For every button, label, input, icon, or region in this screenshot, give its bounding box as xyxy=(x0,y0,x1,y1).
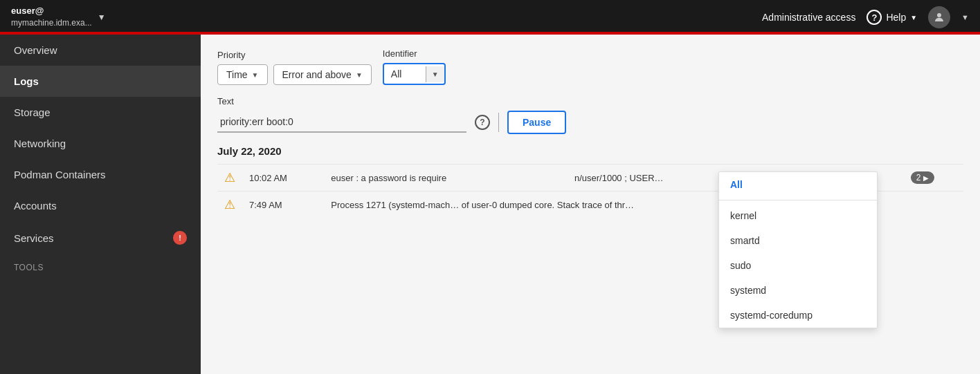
text-label: Text xyxy=(217,96,963,106)
identifier-value: All xyxy=(384,64,426,84)
identifier-filter-group: Identifier All ▼ xyxy=(383,48,446,85)
priority-arrow: ▼ xyxy=(356,71,363,79)
log-time: 7:49 AM xyxy=(242,191,324,218)
help-icon: ? xyxy=(866,10,882,25)
help-button[interactable]: ? Help ▼ xyxy=(866,10,917,25)
sidebar-item-logs[interactable]: Logs xyxy=(0,66,201,97)
sidebar-item-storage[interactable]: Storage xyxy=(0,97,201,128)
sidebar-item-podman[interactable]: Podman Containers xyxy=(0,159,201,190)
text-filter-section: Text ? Pause xyxy=(217,96,963,134)
sidebar-tools-section: Tools xyxy=(0,254,201,277)
user-dropdown-arrow[interactable]: ▼ xyxy=(98,12,106,22)
warning-icon: ⚠ xyxy=(224,198,235,212)
sidebar-item-services[interactable]: Services ! xyxy=(0,221,201,254)
text-input[interactable] xyxy=(217,112,466,133)
log-time: 10:02 AM xyxy=(242,165,324,191)
priority-filter-group: Priority Time ▼ Error and above ▼ xyxy=(217,50,372,85)
hostname: mymachine.idm.exa... xyxy=(11,18,92,28)
divider xyxy=(498,113,499,132)
user-info: euser@ mymachine.idm.exa... xyxy=(11,6,92,29)
log-message: Process 1271 (systemd-mach… of user-0 du… xyxy=(324,191,761,218)
dropdown-item-systemd[interactable]: systemd xyxy=(719,278,877,303)
warning-icon: ⚠ xyxy=(224,171,235,185)
pause-button[interactable]: Pause xyxy=(507,111,566,134)
time-label: Time xyxy=(226,69,248,80)
header-right: Administrative access ? Help ▼ ▼ xyxy=(762,6,969,28)
dropdown-divider xyxy=(719,200,877,200)
identifier-label: Identifier xyxy=(383,48,446,59)
filter-row: Priority Time ▼ Error and above ▼ Identi… xyxy=(217,48,963,85)
text-row: ? Pause xyxy=(217,111,963,134)
time-dropdown[interactable]: Time ▼ xyxy=(217,64,268,85)
dropdown-item-systemd-coredump[interactable]: systemd-coredump xyxy=(719,303,877,328)
priority-label: Priority xyxy=(217,50,372,60)
priority-controls: Time ▼ Error and above ▼ xyxy=(217,64,372,85)
admin-access-label: Administrative access xyxy=(762,12,855,23)
sidebar-item-accounts[interactable]: Accounts xyxy=(0,190,201,221)
time-arrow: ▼ xyxy=(252,71,259,79)
dropdown-item-sudo[interactable]: sudo xyxy=(719,253,877,278)
help-label: Help xyxy=(886,12,906,23)
dropdown-item-kernel[interactable]: kernel xyxy=(719,203,877,228)
log-count: 2 ▶ xyxy=(904,165,963,191)
priority-value: Error and above xyxy=(282,69,352,80)
log-date: July 22, 2020 xyxy=(217,145,963,157)
sidebar-item-networking[interactable]: Networking xyxy=(0,128,201,159)
avatar[interactable] xyxy=(928,6,950,28)
log-count xyxy=(904,191,963,218)
top-header: euser@ mymachine.idm.exa... ▼ Administra… xyxy=(0,0,980,35)
header-left: euser@ mymachine.idm.exa... ▼ xyxy=(11,6,106,29)
dropdown-item-smartd[interactable]: smartd xyxy=(719,228,877,253)
main-content: Priority Time ▼ Error and above ▼ Identi… xyxy=(201,35,980,374)
count-badge[interactable]: 2 ▶ xyxy=(911,171,935,184)
identifier-arrow[interactable]: ▼ xyxy=(426,66,444,82)
svg-point-0 xyxy=(937,13,941,17)
help-dropdown-arrow: ▼ xyxy=(910,14,917,21)
identifier-dropdown[interactable]: All ▼ xyxy=(383,63,446,85)
dropdown-item-all[interactable]: All xyxy=(719,172,877,197)
avatar-dropdown-arrow[interactable]: ▼ xyxy=(961,13,969,21)
identifier-dropdown-menu: All kernel smartd sudo systemd systemd-c… xyxy=(718,171,878,328)
log-message: euser : a password is require xyxy=(324,165,568,191)
sidebar: Overview Logs Storage Networking Podman … xyxy=(0,35,201,374)
text-help-icon[interactable]: ? xyxy=(475,115,490,130)
services-badge: ! xyxy=(173,231,187,245)
layout: Overview Logs Storage Networking Podman … xyxy=(0,35,980,374)
priority-dropdown[interactable]: Error and above ▼ xyxy=(273,64,372,85)
sidebar-item-overview[interactable]: Overview xyxy=(0,35,201,66)
username: euser@ xyxy=(11,6,44,16)
